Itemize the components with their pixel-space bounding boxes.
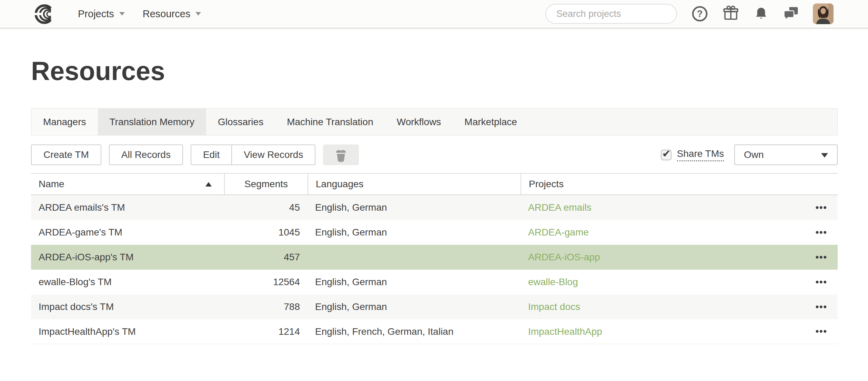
tab-machine-translation[interactable]: Machine Translation	[275, 109, 385, 135]
check-icon: ✔	[662, 148, 671, 160]
top-nav-bar: Projects Resources ?	[0, 0, 868, 29]
share-tms-label[interactable]: Share TMs	[677, 148, 724, 161]
user-avatar[interactable]	[813, 3, 834, 24]
nav-menu-projects[interactable]: Projects	[78, 8, 125, 20]
row-actions-menu-icon[interactable]: •••	[816, 277, 827, 288]
tm-toolbar: Create TM All Records Edit View Records …	[31, 144, 838, 165]
table-row[interactable]: ewalle-Blog's TM 12564 English, German e…	[31, 270, 838, 294]
project-link[interactable]: ImpactHealthApp	[528, 326, 602, 337]
search-box[interactable]	[545, 4, 677, 24]
bell-icon[interactable]	[754, 6, 769, 21]
tm-segments-cell: 1045	[224, 227, 307, 238]
tm-name-cell: ewalle-Blog's TM	[31, 277, 224, 288]
row-actions-menu-icon[interactable]: •••	[816, 202, 827, 213]
table-row[interactable]: ARDEA emails's TM 45 English, German ARD…	[31, 195, 838, 220]
delete-tm-button[interactable]	[323, 144, 359, 165]
toolbar-right-controls: ✔ Share TMs Own	[661, 144, 838, 165]
sort-ascending-icon	[205, 182, 212, 187]
tm-languages-cell: English, German	[307, 301, 521, 312]
tm-segments-cell: 788	[224, 301, 307, 312]
tm-languages-cell: English, German	[307, 202, 521, 213]
tm-segments-cell: 45	[224, 202, 307, 213]
tm-name-cell: ARDEA-game's TM	[31, 227, 224, 238]
tab-label: Glossaries	[218, 117, 263, 128]
tab-label: Managers	[43, 117, 86, 128]
tm-segments-cell: 1214	[224, 326, 307, 337]
gift-icon[interactable]	[723, 6, 739, 22]
tab-workflows[interactable]: Workflows	[385, 109, 453, 135]
tab-marketplace[interactable]: Marketplace	[453, 109, 529, 135]
tm-name-cell: ImpactHealthApp's TM	[31, 326, 224, 337]
tm-ownership-select[interactable]: Own	[734, 144, 838, 165]
chevron-down-icon	[195, 12, 201, 16]
messages-icon[interactable]	[783, 6, 799, 22]
tm-name-cell: ARDEA-iOS-app's TM	[31, 252, 224, 263]
tab-label: Translation Memory	[110, 117, 194, 128]
tab-label: Workflows	[397, 117, 441, 128]
tm-projects-cell: Impact docs •••	[521, 301, 838, 312]
edit-view-button-group: Edit View Records	[191, 144, 315, 165]
column-header-projects[interactable]: Projects	[521, 174, 838, 194]
column-header-languages[interactable]: Languages	[307, 174, 521, 194]
table-row[interactable]: ARDEA-game's TM 1045 English, German ARD…	[31, 220, 838, 245]
tab-label: Machine Translation	[287, 117, 373, 128]
tm-table-header: Name Segments Languages Projects	[31, 173, 838, 195]
tm-languages-cell: English, German	[307, 277, 521, 288]
app-logo-icon[interactable]	[33, 3, 59, 25]
tm-projects-cell: ewalle-Blog •••	[521, 277, 838, 288]
nav-projects-label: Projects	[78, 8, 114, 20]
tm-projects-cell: ARDEA-game •••	[521, 227, 838, 238]
tm-table-body: ARDEA emails's TM 45 English, German ARD…	[31, 195, 838, 344]
tm-segments-cell: 457	[224, 252, 307, 263]
chevron-down-icon	[821, 153, 828, 158]
help-icon[interactable]: ?	[692, 6, 708, 22]
row-actions-menu-icon[interactable]: •••	[816, 252, 827, 263]
tm-languages-cell: English, German	[307, 227, 521, 238]
table-row[interactable]: ImpactHealthApp's TM 1214 English, Frenc…	[31, 319, 838, 344]
share-tms-checkbox[interactable]: ✔	[661, 150, 672, 160]
column-header-name[interactable]: Name	[31, 174, 224, 194]
tm-projects-cell: ImpactHealthApp •••	[521, 326, 838, 337]
project-link[interactable]: Impact docs	[528, 301, 580, 312]
tab-managers[interactable]: Managers	[31, 109, 98, 135]
tm-projects-cell: ARDEA emails •••	[521, 202, 838, 213]
tm-name-cell: Impact docs's TM	[31, 301, 224, 312]
row-actions-menu-icon[interactable]: •••	[816, 227, 827, 238]
chevron-down-icon	[119, 12, 125, 16]
tm-segments-cell: 12564	[224, 277, 307, 288]
project-link[interactable]: ARDEA-iOS-app	[528, 252, 600, 263]
nav-resources-label: Resources	[143, 8, 191, 20]
tab-glossaries[interactable]: Glossaries	[206, 109, 275, 135]
tm-projects-cell: ARDEA-iOS-app •••	[521, 252, 838, 263]
resources-tabs: Managers Translation Memory Glossaries M…	[31, 108, 838, 136]
view-records-button[interactable]: View Records	[231, 144, 315, 165]
column-header-segments[interactable]: Segments	[224, 174, 307, 194]
tab-label: Marketplace	[464, 117, 517, 128]
tm-ownership-selected-value: Own	[744, 149, 764, 160]
project-link[interactable]: ARDEA emails	[528, 202, 592, 213]
svg-text:?: ?	[697, 9, 703, 19]
nav-menu-resources[interactable]: Resources	[143, 8, 201, 20]
create-tm-button[interactable]: Create TM	[31, 144, 101, 165]
tm-languages-cell: English, French, German, Italian	[307, 326, 521, 337]
row-actions-menu-icon[interactable]: •••	[816, 326, 827, 337]
tab-translation-memory[interactable]: Translation Memory	[98, 109, 206, 135]
main-content: Resources Managers Translation Memory Gl…	[31, 58, 838, 344]
project-link[interactable]: ARDEA-game	[528, 227, 589, 238]
tm-table: Name Segments Languages Projects ARDEA e…	[31, 173, 838, 344]
search-input[interactable]	[556, 9, 678, 19]
all-records-button[interactable]: All Records	[109, 144, 183, 165]
table-row[interactable]: Impact docs's TM 788 English, German Imp…	[31, 294, 838, 319]
project-link[interactable]: ewalle-Blog	[528, 277, 578, 288]
trash-icon	[335, 148, 347, 162]
tm-name-cell: ARDEA emails's TM	[31, 202, 224, 213]
edit-button[interactable]: Edit	[191, 144, 232, 165]
table-row[interactable]: ARDEA-iOS-app's TM 457 ARDEA-iOS-app •••	[31, 245, 838, 270]
row-actions-menu-icon[interactable]: •••	[816, 302, 827, 312]
page-title: Resources	[31, 58, 838, 84]
